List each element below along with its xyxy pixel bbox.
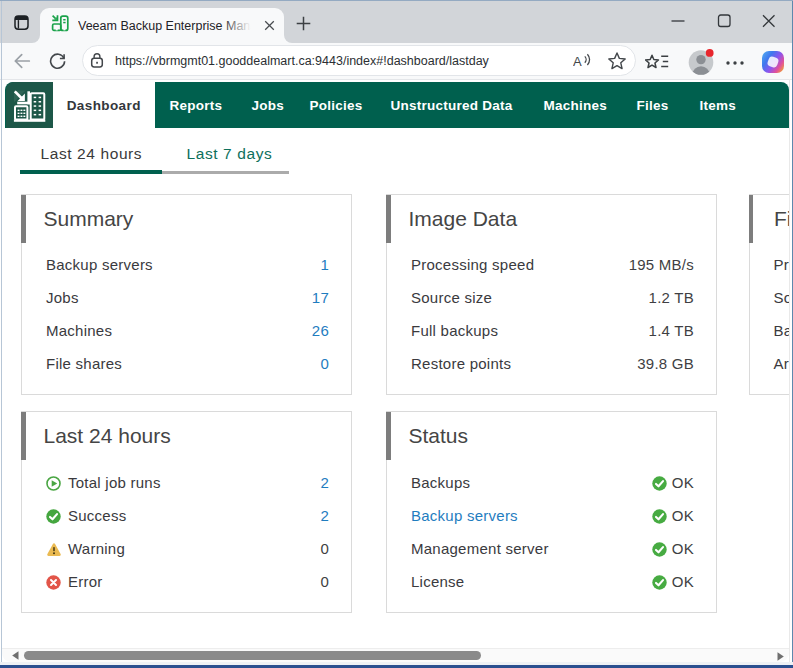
svg-text:A: A xyxy=(573,54,582,69)
